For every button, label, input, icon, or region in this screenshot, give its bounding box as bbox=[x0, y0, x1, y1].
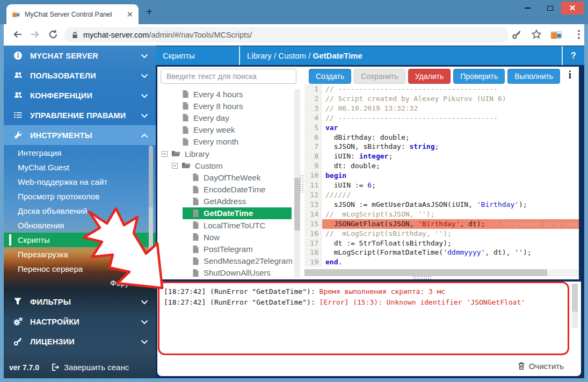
submenu-item[interactable]: Перезагрузка bbox=[4, 247, 156, 262]
submenu-item-label: Скрипты bbox=[18, 235, 50, 244]
line-number: 4 bbox=[304, 113, 322, 123]
file-icon bbox=[182, 126, 189, 134]
folder-icon bbox=[171, 150, 180, 157]
line-number: 15 bbox=[304, 219, 322, 229]
create-button[interactable]: Создать bbox=[309, 69, 351, 84]
submenu-item-label: Перенос сервера bbox=[18, 264, 83, 273]
browser-window: MyChat Server Control Panel ✕ + ✕ mychat… bbox=[0, 0, 588, 382]
tree-item[interactable]: GetAddress bbox=[157, 196, 304, 207]
tree-item[interactable]: EncodeDateTime bbox=[157, 184, 304, 196]
delete-button[interactable]: Удалить bbox=[408, 69, 451, 84]
line-number: 14 bbox=[304, 210, 322, 219]
kebab-menu-icon[interactable] bbox=[574, 28, 584, 42]
submenu-item[interactable]: MyChat Guest bbox=[4, 160, 156, 175]
check-button[interactable]: Проверить bbox=[453, 69, 505, 84]
tab-close-icon[interactable]: ✕ bbox=[126, 10, 133, 18]
minimize-button[interactable] bbox=[516, 2, 539, 15]
console-bottom-bar: Очистить bbox=[157, 356, 581, 376]
code-line: 18 mLogScript(FormatDateTime('ddmmyyyy',… bbox=[304, 248, 579, 257]
sidebar-item[interactable]: НАСТРОЙКИ bbox=[4, 312, 156, 331]
info-i-icon[interactable]: i bbox=[568, 69, 571, 81]
tree-item[interactable]: ShutDownAllUsers bbox=[157, 267, 304, 279]
help-button[interactable]: ? bbox=[563, 51, 584, 61]
tree-collapse-icon[interactable] bbox=[172, 163, 178, 169]
forward-arrow-icon[interactable] bbox=[30, 29, 40, 42]
star-icon[interactable] bbox=[531, 29, 542, 42]
submenu-item-label: Просмотр протоколов bbox=[18, 192, 99, 201]
close-button[interactable]: ✕ bbox=[561, 2, 584, 15]
tab-scripts[interactable]: Скрипты bbox=[156, 51, 239, 60]
tree-item[interactable]: Custom bbox=[157, 160, 304, 171]
tree-item[interactable]: Every day bbox=[157, 112, 304, 124]
save-button: Сохранить bbox=[354, 69, 405, 84]
logout-button[interactable]: Завершить сеанс bbox=[51, 363, 129, 372]
key-icon[interactable] bbox=[512, 30, 522, 42]
maximize-button[interactable] bbox=[539, 2, 561, 15]
code-line: 3// 06.10.2019 13:32:32 bbox=[304, 104, 579, 113]
code-line: 12////// bbox=[304, 190, 579, 200]
tree-item[interactable]: PostTelegram bbox=[157, 243, 304, 255]
submenu-item[interactable]: Перенос сервера bbox=[4, 262, 156, 276]
trash-icon bbox=[518, 362, 525, 370]
tree-item[interactable]: LocalTimeToUTC bbox=[157, 219, 304, 231]
code-editor[interactable]: 1// ------------------------------------… bbox=[304, 84, 579, 268]
tree-collapse-icon[interactable] bbox=[162, 151, 168, 157]
console-scrollbar[interactable] bbox=[572, 284, 578, 328]
submenu-item[interactable]: Скрипты bbox=[4, 233, 156, 247]
submenu-item-label: Доска объявлений bbox=[18, 206, 87, 215]
sidebar-item[interactable]: ФИЛЬТРЫ bbox=[4, 292, 156, 312]
code-line: 11 iUIN := 6; bbox=[304, 181, 579, 190]
tree-item-label: EncodeDateTime bbox=[204, 185, 265, 194]
file-icon bbox=[192, 269, 199, 277]
tree-item[interactable]: GetDateTime bbox=[157, 207, 304, 219]
back-arrow-icon[interactable] bbox=[12, 29, 23, 42]
tree-item-label: Every 4 hours bbox=[193, 90, 243, 99]
submenu-item[interactable]: Web-поддержка на сайт bbox=[4, 175, 156, 189]
run-button[interactable]: Выполнить bbox=[507, 69, 560, 84]
chevron-down-icon bbox=[141, 297, 148, 307]
clear-console-button[interactable]: Очистить bbox=[518, 362, 564, 371]
tree-item[interactable]: SendMessage2Telegram bbox=[157, 255, 304, 267]
forum-list-icon bbox=[139, 279, 147, 287]
tree-item[interactable]: Every week bbox=[157, 124, 304, 136]
submenu-item[interactable]: Интеграция bbox=[4, 146, 156, 160]
new-tab-button[interactable]: + bbox=[146, 6, 153, 18]
file-icon bbox=[182, 113, 189, 122]
search-input[interactable] bbox=[161, 69, 296, 84]
vertical-splitter-handle[interactable] bbox=[300, 175, 304, 193]
tree-item[interactable]: Now bbox=[157, 231, 304, 243]
submenu-item[interactable]: Просмотр протоколов bbox=[4, 189, 156, 204]
forum-link[interactable]: Форум bbox=[110, 278, 147, 287]
tree-item[interactable]: DayOfTheWeek bbox=[157, 171, 304, 183]
sidebar-item[interactable]: КОНФЕРЕНЦИИ bbox=[4, 85, 156, 105]
line-number: 1 bbox=[304, 84, 322, 94]
users-icon bbox=[13, 91, 23, 100]
file-icon bbox=[192, 173, 199, 182]
gears-icon bbox=[13, 317, 23, 326]
tree-item[interactable]: Every 4 hours bbox=[157, 88, 304, 100]
sidebar-item[interactable]: ПОЛЬЗОВАТЕЛИ bbox=[4, 66, 156, 85]
sidebar-scrollbar[interactable] bbox=[149, 146, 153, 280]
sidebar-item[interactable]: MYCHAT SERVER bbox=[4, 46, 156, 66]
submenu-item[interactable]: Обновления bbox=[4, 218, 156, 233]
editor-toolbar: СоздатьСохранитьУдалитьПроверитьВыполнит… bbox=[309, 69, 560, 84]
lock-icon bbox=[71, 31, 78, 39]
code-line: 7 sJSON, sBirthday: string; bbox=[304, 142, 579, 152]
tree-item[interactable]: Every month bbox=[157, 136, 304, 148]
sidebar-item[interactable]: УПРАВЛЕНИЕ ПРАВАМИ bbox=[4, 105, 156, 125]
address-bar[interactable]: mychat-server.com/admin/#/navTools/MCScr… bbox=[64, 27, 509, 42]
line-number: 3 bbox=[304, 104, 322, 113]
tree-item[interactable]: Every 8 hours bbox=[157, 100, 304, 112]
tree-item-label: Every day bbox=[193, 113, 229, 122]
sidebar-item[interactable]: ИНСТРУМЕНТЫ bbox=[4, 125, 156, 145]
editor-hscrollbar[interactable] bbox=[304, 269, 579, 276]
browser-tab[interactable]: MyChat Server Control Panel ✕ bbox=[6, 4, 139, 24]
sidebar-item[interactable]: ЛИЦЕНЗИИ bbox=[4, 331, 156, 351]
mychat-extension-icon[interactable] bbox=[550, 29, 562, 43]
horizontal-splitter-handle[interactable] bbox=[412, 276, 432, 280]
refresh-icon[interactable] bbox=[48, 29, 59, 42]
console-log: [18:27:42] (RunError "GetDateTime"): Вре… bbox=[164, 286, 565, 307]
submenu-item[interactable]: Доска объявлений bbox=[4, 204, 156, 218]
submenu-item-label: Web-поддержка на сайт bbox=[18, 177, 107, 186]
tree-item[interactable]: Library bbox=[157, 148, 304, 160]
